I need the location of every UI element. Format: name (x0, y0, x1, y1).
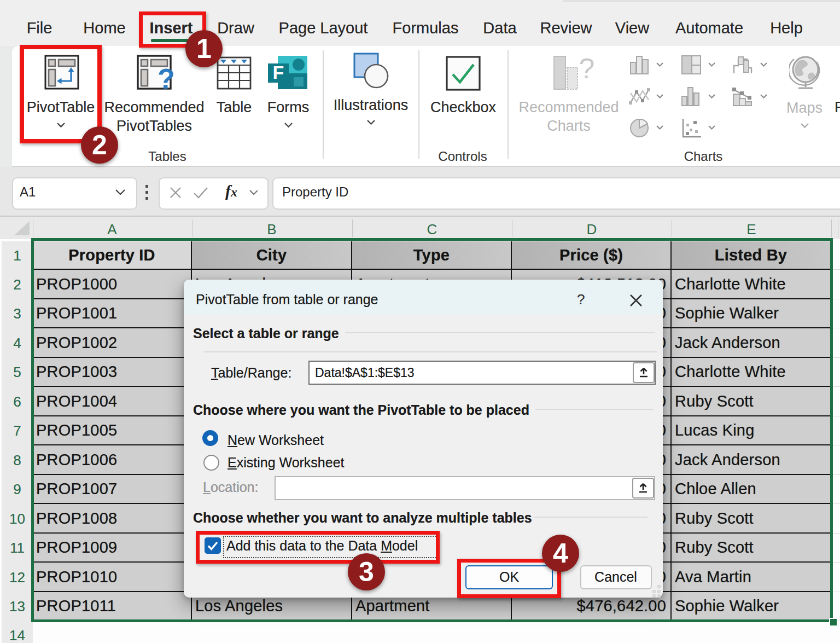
svg-text:F: F (273, 62, 284, 83)
svg-text:?: ? (579, 55, 595, 84)
